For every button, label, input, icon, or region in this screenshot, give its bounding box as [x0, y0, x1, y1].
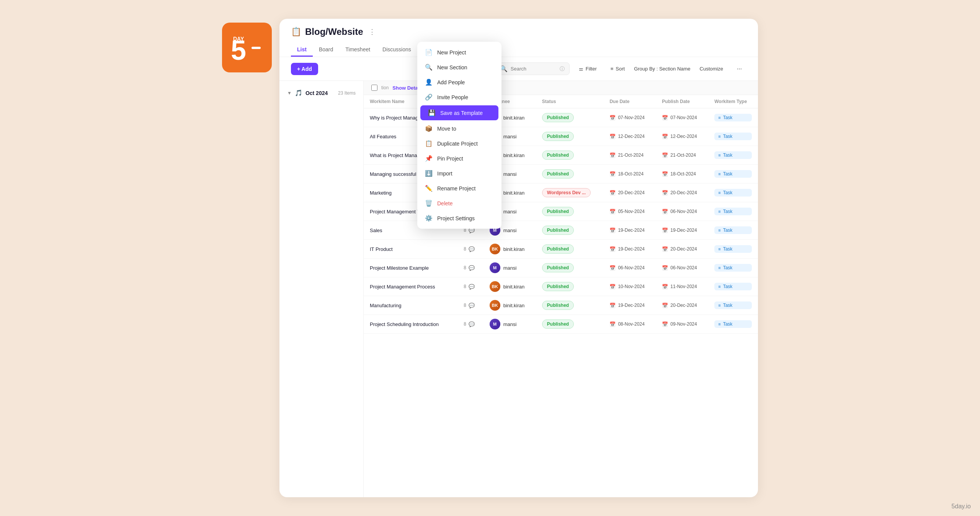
- due-date-text: 08-Nov-2024: [618, 321, 644, 327]
- due-date-cell: 📅 07-Nov-2024: [609, 115, 650, 121]
- select-all-checkbox[interactable]: [371, 85, 377, 91]
- search-input[interactable]: [511, 66, 557, 72]
- cell-name: Project Scheduling Introduction: [364, 315, 457, 334]
- menu-item-duplicate-project[interactable]: 📋 Duplicate Project: [417, 136, 501, 151]
- assignee-cell: M mansi: [490, 319, 530, 329]
- cell-status: Published: [536, 296, 604, 315]
- status-badge[interactable]: Published: [542, 244, 574, 254]
- avatar: BK: [490, 244, 500, 254]
- filter-button[interactable]: ⚌ Filter: [574, 64, 601, 74]
- menu-item-label: Save as Template: [440, 110, 483, 116]
- workitem-type-badge: ≡ Task: [714, 133, 752, 140]
- type-text: Task: [723, 134, 733, 139]
- cell-type: ≡ Task: [708, 277, 758, 296]
- status-badge[interactable]: Published: [542, 282, 574, 291]
- publish-calendar-icon: 📅: [662, 246, 668, 252]
- menu-item-import[interactable]: ⬇️ Import: [417, 166, 501, 181]
- cell-publish-date: 📅 20-Dec-2024: [656, 296, 708, 315]
- table-row: Project Milestone Example 8 💬 M mansi Pu…: [364, 259, 758, 277]
- status-badge[interactable]: Published: [542, 263, 574, 272]
- assignee-name: binit.kiran: [503, 246, 525, 252]
- assignee-name: mansi: [503, 171, 517, 177]
- menu-item-add-people[interactable]: 👤 Add People: [417, 75, 501, 90]
- filter-label: Filter: [586, 66, 597, 72]
- menu-item-new-project[interactable]: 📄 New Project: [417, 45, 501, 60]
- add-button[interactable]: + Add: [291, 63, 318, 75]
- cell-publish-date: 📅 20-Dec-2024: [656, 183, 708, 202]
- publish-date-text: 09-Nov-2024: [670, 321, 697, 327]
- cell-type: ≡ Task: [708, 221, 758, 240]
- type-icon: ≡: [718, 115, 720, 120]
- cell-status: Wordpress Dev ...: [536, 183, 604, 202]
- section-header[interactable]: ▼ 🎵 Oct 2024 23 Items: [284, 87, 359, 99]
- publish-calendar-icon: 📅: [662, 321, 668, 327]
- cell-publish-date: 📅 12-Dec-2024: [656, 127, 708, 146]
- workitem-name-text: IT Product: [370, 246, 451, 252]
- cell-count: 8 💬: [457, 259, 483, 277]
- publish-date-text: 11-Nov-2024: [670, 284, 697, 289]
- tab-list[interactable]: List: [291, 43, 313, 57]
- cell-status: Published: [536, 127, 604, 146]
- publish-calendar-icon: 📅: [662, 284, 668, 290]
- more-toolbar-button[interactable]: ⋯: [732, 64, 746, 74]
- status-badge[interactable]: Wordpress Dev ...: [542, 188, 591, 197]
- due-date-cell: 📅 12-Dec-2024: [609, 134, 650, 139]
- menu-item-move-to[interactable]: 📦 Move to: [417, 121, 501, 136]
- status-badge[interactable]: Published: [542, 319, 574, 329]
- tab-discussions[interactable]: Discussions: [376, 43, 417, 57]
- due-date-text: 19-Dec-2024: [618, 303, 644, 308]
- group-by-label: Group By : Section Name: [634, 66, 690, 72]
- sort-button[interactable]: ≡ Sort: [606, 64, 629, 74]
- cell-type: ≡ Task: [708, 165, 758, 183]
- due-date-text: 06-Nov-2024: [618, 265, 644, 270]
- search-box[interactable]: 🔍 ⓘ: [495, 62, 570, 75]
- project-title: Blog/Website: [305, 26, 363, 37]
- status-badge[interactable]: Published: [542, 207, 574, 216]
- toolbar: + Add 🔍 ⓘ ⚌ Filter ≡ Sort Group By : Sec…: [279, 57, 758, 81]
- tab-board[interactable]: Board: [313, 43, 339, 57]
- type-icon: ≡: [718, 322, 720, 326]
- publish-date-text: 20-Dec-2024: [670, 246, 697, 252]
- cell-publish-date: 📅 06-Nov-2024: [656, 202, 708, 221]
- status-badge[interactable]: Published: [542, 151, 574, 160]
- status-badge[interactable]: Published: [542, 132, 574, 141]
- menu-item-label: Invite People: [437, 94, 468, 100]
- workitem-type-badge: ≡ Task: [714, 151, 752, 159]
- menu-item-new-section[interactable]: 🔍 New Section: [417, 60, 501, 75]
- publish-date-text: 20-Dec-2024: [670, 303, 697, 308]
- menu-item-rename-project[interactable]: ✏️ Rename Project: [417, 181, 501, 196]
- cell-type: ≡ Task: [708, 127, 758, 146]
- assignee-name: mansi: [503, 209, 517, 215]
- tab-timesheet[interactable]: Timesheet: [339, 43, 376, 57]
- cell-name: Project Management Process: [364, 277, 457, 296]
- menu-item-label: New Section: [437, 64, 467, 70]
- menu-item-icon: ✏️: [425, 185, 433, 192]
- publish-date-text: 19-Dec-2024: [670, 228, 697, 233]
- col-publish-date: Publish Date: [656, 95, 708, 108]
- avatar: BK: [490, 300, 500, 311]
- menu-item-save-as-template[interactable]: 💾 Save as Template: [420, 105, 498, 120]
- menu-item-icon: 🗑️: [425, 200, 433, 207]
- type-text: Task: [723, 265, 733, 270]
- menu-item-delete[interactable]: 🗑️ Delete: [417, 196, 501, 211]
- type-text: Task: [723, 152, 733, 158]
- menu-item-label: Project Settings: [437, 215, 475, 221]
- status-badge[interactable]: Published: [542, 301, 574, 310]
- more-options-icon[interactable]: ⋮: [369, 28, 376, 36]
- svg-text:5: 5: [232, 35, 246, 63]
- cell-due-date: 📅 18-Oct-2024: [603, 165, 656, 183]
- menu-item-icon: 📌: [425, 155, 433, 162]
- cell-status: Published: [536, 221, 604, 240]
- status-badge[interactable]: Published: [542, 226, 574, 235]
- calendar-icon: 📅: [609, 190, 616, 196]
- col-due-date: Due Date: [603, 95, 656, 108]
- menu-item-invite-people[interactable]: 🔗 Invite People: [417, 90, 501, 105]
- status-badge[interactable]: Published: [542, 113, 574, 122]
- publish-calendar-icon: 📅: [662, 228, 668, 233]
- menu-item-pin-project[interactable]: 📌 Pin Project: [417, 151, 501, 166]
- status-badge[interactable]: Published: [542, 169, 574, 179]
- customize-button[interactable]: Customize: [695, 64, 728, 74]
- menu-item-project-settings[interactable]: ⚙️ Project Settings: [417, 211, 501, 226]
- menu-item-label: Add People: [437, 79, 465, 85]
- table-row: IT Product 8 💬 BK binit.kiran Published: [364, 240, 758, 259]
